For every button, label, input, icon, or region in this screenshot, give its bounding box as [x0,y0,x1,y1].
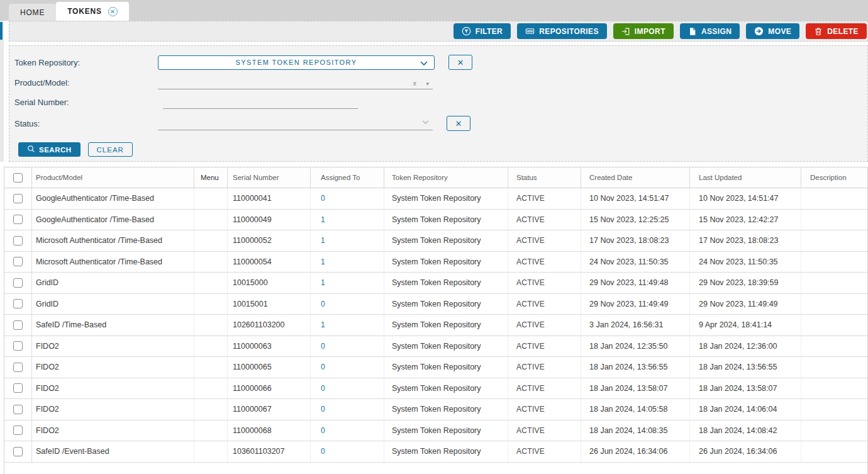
cell-serial-number: 103601103207 [228,441,311,462]
cell-serial-number: 110000066 [228,378,311,399]
row-checkbox[interactable] [13,320,23,330]
cell-menu [194,315,228,336]
assigned-to-link[interactable]: 0 [321,426,325,435]
token-repository-value: SYSTEM TOKEN REPOSITORY [236,59,357,66]
delete-button[interactable]: DELETE [806,23,867,39]
assigned-to-link[interactable]: 0 [321,447,325,456]
status-badge: ACTIVE [516,363,545,371]
row-checkbox[interactable] [13,363,23,372]
assigned-to-link[interactable]: 0 [321,300,325,308]
cell-serial-number: 110000063 [228,336,311,357]
status-badge: ACTIVE [516,215,545,224]
row-checkbox[interactable] [13,383,23,393]
tab-close-icon[interactable]: ✕ [108,7,118,16]
assign-button[interactable]: ASSIGN [680,23,740,39]
row-checkbox[interactable] [13,299,23,308]
table-row[interactable]: FIDO2 110000066 0 System Token Repositor… [4,378,867,400]
status-badge: ACTIVE [516,194,545,203]
assigned-to-link[interactable]: 0 [321,342,325,351]
table-row[interactable]: GridID 10015001 0 System Token Repositor… [4,294,867,315]
filter-button-label: FILTER [476,27,503,36]
table-row[interactable]: GoogleAuthenticator /Time-Based 11000004… [4,188,867,210]
assigned-to-link[interactable]: 0 [321,363,325,371]
row-checkbox[interactable] [13,194,23,203]
cell-token-repository: System Token Repository [384,420,508,441]
cell-product-model: FIDO2 [32,420,194,441]
token-repository-select[interactable]: SYSTEM TOKEN REPOSITORY [158,55,435,70]
search-button[interactable]: SEARCH [18,142,81,157]
cell-serial-number: 110000067 [228,399,311,420]
row-checkbox[interactable] [13,405,23,414]
assigned-to-link[interactable]: 0 [321,194,325,203]
repositories-button[interactable]: REPOSITORIES [517,23,607,39]
assigned-to-link[interactable]: 1 [321,257,325,266]
cell-created-date: 10 Nov 2023, 14:51:47 [581,188,690,209]
cell-created-date: 18 Jan 2024, 13:56:55 [581,357,690,378]
cell-product-model: Microsoft Authenticator /Time-Based [32,230,194,251]
cell-last-updated: 9 Apr 2024, 18:41:14 [690,315,801,336]
cell-last-updated: 18 Jan 2024, 12:36:00 [690,336,801,357]
status-select[interactable] [158,116,433,130]
tab-tokens[interactable]: TOKENS ✕ [56,2,129,21]
assigned-to-link[interactable]: 0 [321,384,325,393]
col-serial-number[interactable]: Serial Number [228,167,311,188]
status-clear-button[interactable]: ✕ [447,116,470,131]
row-checkbox[interactable] [13,341,23,351]
cell-token-repository: System Token Repository [384,188,508,209]
status-label: Status: [14,119,158,128]
col-product-model[interactable]: Product/Model [32,167,194,188]
table-row[interactable]: FIDO2 110000063 0 System Token Repositor… [4,336,867,358]
table-row[interactable]: FIDO2 110000067 0 System Token Repositor… [4,399,867,420]
col-description[interactable]: Description [801,167,867,188]
assign-icon [688,27,697,36]
row-checkbox[interactable] [13,447,23,456]
status-badge: ACTIVE [516,236,545,245]
select-all-checkbox[interactable] [13,173,23,183]
status-chevron-icon[interactable] [422,116,429,127]
cell-menu [194,230,228,251]
col-last-updated[interactable]: Last Updated [690,167,801,188]
table-row[interactable]: FIDO2 110000068 0 System Token Repositor… [4,420,867,442]
row-checkbox[interactable] [13,257,23,266]
assigned-to-link[interactable]: 1 [321,236,325,245]
table-row[interactable]: Microsoft Authenticator /Time-Based 1100… [4,230,867,252]
cell-last-updated: 15 Nov 2023, 12:42:27 [690,210,801,230]
col-status[interactable]: Status [508,167,581,188]
assigned-to-link[interactable]: 1 [321,320,325,329]
col-token-repository[interactable]: Token Repository [384,167,508,188]
filter-button[interactable]: FILTER [453,23,511,39]
col-assigned-to[interactable]: Assigned To [311,167,384,188]
assigned-to-link[interactable]: 1 [321,215,325,224]
import-button[interactable]: IMPORT [613,23,674,39]
row-checkbox[interactable] [13,278,23,288]
table-row[interactable]: GridID 10015000 1 System Token Repositor… [4,273,867,294]
clear-button[interactable]: CLEAR [88,142,133,157]
tab-home[interactable]: HOME [9,4,56,21]
table-row[interactable]: FIDO2 110000065 0 System Token Repositor… [4,357,867,378]
chevron-down-icon [420,61,428,66]
table-row[interactable]: GoogleAuthenticator /Time-Based 11000004… [4,210,867,231]
row-checkbox[interactable] [13,215,23,224]
cell-description [801,294,867,315]
table-row[interactable]: Microsoft Authenticator /Time-Based 1100… [4,252,867,273]
assigned-to-link[interactable]: 0 [321,405,325,414]
cell-created-date: 26 Jun 2024, 16:34:06 [581,441,690,462]
col-menu[interactable]: Menu [194,167,228,188]
row-checkbox[interactable] [13,236,23,245]
serial-number-input[interactable] [163,95,358,109]
status-badge: ACTIVE [516,278,545,287]
col-created-date[interactable]: Created Date [581,167,690,188]
table-row[interactable]: SafeID /Time-Based 102601103200 1 System… [4,315,867,336]
token-repository-clear-button[interactable]: ✕ [448,55,472,70]
product-model-dropdown-icon[interactable]: ▾ [426,81,429,87]
assigned-to-link[interactable]: 1 [321,278,325,287]
move-button[interactable]: MOVE [746,23,799,39]
filter-icon [462,26,471,36]
row-checkbox[interactable] [13,426,23,435]
cell-last-updated: 10 Nov 2023, 14:51:47 [690,188,801,209]
product-model-input[interactable]: x ▾ [158,76,433,89]
table-row[interactable]: SafeID /Event-Based 103601103207 0 Syste… [4,441,867,463]
cell-token-repository: System Token Repository [384,273,508,293]
product-model-clear-icon[interactable]: x [413,79,417,87]
move-icon [754,26,764,36]
